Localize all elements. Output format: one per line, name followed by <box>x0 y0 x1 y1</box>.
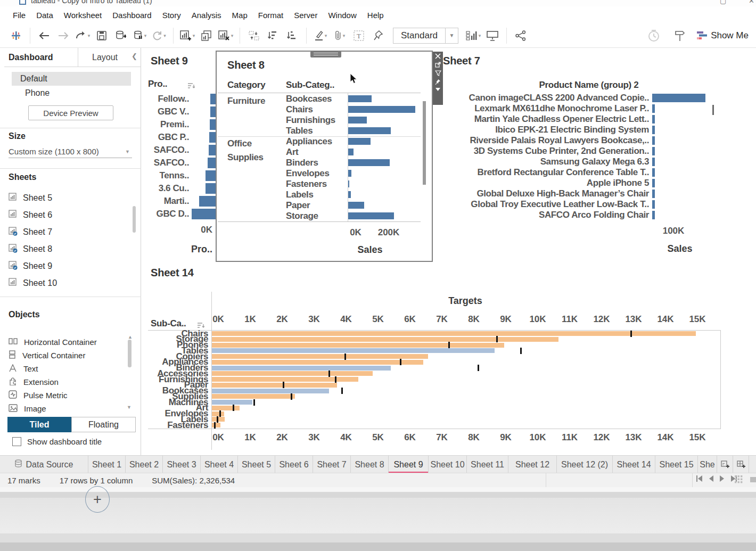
new-worksheet-tab-button[interactable] <box>717 456 733 473</box>
close-window-icon[interactable]: ✕ <box>749 0 754 5</box>
tab-sheet-11[interactable]: Sheet 11 <box>467 456 508 473</box>
bar[interactable] <box>210 94 216 104</box>
bar[interactable] <box>206 183 216 194</box>
bar[interactable] <box>652 190 655 198</box>
bar[interactable] <box>348 138 371 145</box>
redo-icon[interactable]: ▾ <box>75 27 91 45</box>
previous-tab-icon[interactable] <box>709 475 713 482</box>
sidebar-sheet-item-sheet7[interactable]: Sheet 7 <box>9 224 126 241</box>
filmstrip-icon[interactable] <box>750 476 756 483</box>
menu-help[interactable]: Help <box>362 9 389 22</box>
bar[interactable] <box>652 104 655 113</box>
menu-server[interactable]: Server <box>289 9 323 22</box>
sheet14-row-header[interactable]: Sub-Ca.. <box>151 318 186 329</box>
tab-layout[interactable]: Layout <box>78 48 131 67</box>
bar[interactable] <box>212 406 240 410</box>
menu-story[interactable]: Story <box>157 9 186 22</box>
tab-dashboard[interactable]: Dashboard <box>4 48 78 67</box>
sort-descending-icon[interactable] <box>284 27 300 45</box>
bar[interactable] <box>348 106 415 113</box>
bar[interactable] <box>348 149 354 155</box>
tab-sheet-6[interactable]: Sheet 6 <box>275 456 313 473</box>
new-dashboard-tab-button[interactable] <box>733 456 749 473</box>
device-default-item[interactable]: Default <box>12 72 131 86</box>
objects-scroll-up-icon[interactable]: ▲ <box>128 334 133 340</box>
new-worksheet-icon[interactable]: ▾ <box>179 27 195 45</box>
bar[interactable] <box>212 394 295 399</box>
menu-file[interactable]: File <box>7 9 31 22</box>
sheet8-subcategory-header[interactable]: Sub-Categ.. <box>286 80 334 91</box>
menu-data[interactable]: Data <box>31 9 59 22</box>
bar[interactable] <box>652 94 705 102</box>
maximize-icon[interactable]: ▢ <box>720 0 726 5</box>
objects-scroll-down-icon[interactable]: ▼ <box>127 405 132 410</box>
sheet9-column-header[interactable]: Pro.. <box>148 79 167 89</box>
object-item-text[interactable]: Text <box>9 362 120 375</box>
bar[interactable] <box>348 170 351 177</box>
bar[interactable] <box>212 371 373 376</box>
text-annotation-icon[interactable]: T <box>351 27 367 45</box>
bar[interactable] <box>348 159 390 166</box>
tab-she[interactable]: She <box>698 456 717 473</box>
show-mark-labels-icon[interactable]: ▾ <box>465 27 481 45</box>
pause-data-updates-icon[interactable]: ▾ <box>132 27 148 45</box>
bar[interactable] <box>348 191 351 198</box>
refresh-data-icon[interactable]: ▾ <box>151 27 167 45</box>
sort-icon[interactable] <box>187 83 195 89</box>
bar[interactable] <box>652 136 655 145</box>
bar[interactable] <box>212 366 391 371</box>
pin-icon[interactable] <box>370 27 386 45</box>
bar[interactable] <box>212 400 252 405</box>
first-tab-icon[interactable] <box>696 475 702 482</box>
tooltip-icon[interactable] <box>672 27 688 45</box>
sheet-sorter-icon[interactable] <box>735 475 743 483</box>
bar[interactable] <box>199 196 216 207</box>
add-data-icon[interactable] <box>113 27 129 45</box>
tab-sheet-4[interactable]: Sheet 4 <box>201 456 238 473</box>
bar[interactable] <box>209 132 216 143</box>
fit-selector-caret-icon[interactable]: ▼ <box>445 28 458 43</box>
show-dashboard-title-row[interactable]: Show dashboard title <box>12 437 102 446</box>
size-dropdown[interactable]: Custom size (1100 x 800) ▼ <box>9 145 132 158</box>
sort-ascending-icon[interactable] <box>265 27 281 45</box>
bar[interactable] <box>192 209 216 219</box>
object-item-horizontal-container[interactable]: Horizontal Container <box>9 335 120 349</box>
bar[interactable] <box>652 158 655 166</box>
go-to-sheet-icon[interactable] <box>435 62 441 68</box>
sidebar-sheet-item-sheet9[interactable]: Sheet 9 <box>9 258 126 275</box>
tab-sheet-1[interactable]: Sheet 1 <box>88 456 126 473</box>
share-icon[interactable] <box>513 27 529 45</box>
bar[interactable] <box>212 337 558 342</box>
bar[interactable] <box>348 95 372 102</box>
bar[interactable] <box>208 158 216 168</box>
tab-sheet-12[interactable]: Sheet 12 <box>508 456 557 473</box>
bar[interactable] <box>209 145 216 155</box>
tab-sheet-9[interactable]: Sheet 9 <box>389 456 429 473</box>
bar[interactable] <box>212 343 504 348</box>
sidebar-sheet-item-sheet6[interactable]: >Sheet 6 <box>9 207 126 224</box>
remove-sheet-icon[interactable] <box>435 53 441 59</box>
floating-button[interactable]: Floating <box>71 417 136 432</box>
bar[interactable] <box>212 354 428 359</box>
object-item-vertical-container[interactable]: Vertical Container <box>9 349 120 362</box>
bar[interactable] <box>348 212 394 219</box>
tab-sheet-14[interactable]: Sheet 14 <box>613 456 655 473</box>
object-item-image[interactable]: Image <box>9 402 120 415</box>
bar[interactable] <box>348 127 391 134</box>
bar[interactable] <box>206 170 216 181</box>
bar[interactable] <box>212 383 337 388</box>
taskbar-plus-button[interactable]: + <box>85 486 110 513</box>
tab-sheet-3[interactable]: Sheet 3 <box>163 456 201 473</box>
use-as-filter-icon[interactable] <box>435 70 441 76</box>
bar[interactable] <box>652 179 655 187</box>
bar[interactable] <box>652 211 655 219</box>
sidebar-sheet-item-sheet8[interactable]: Sheet 8 <box>9 241 126 258</box>
objects-scrollbar[interactable] <box>128 340 132 367</box>
bar[interactable] <box>212 389 329 393</box>
menu-window[interactable]: Window <box>323 9 361 22</box>
sheet7-column-header[interactable]: Product Name (group) 2 <box>527 80 651 91</box>
tab-sheet-12--2-[interactable]: Sheet 12 (2) <box>557 456 613 473</box>
clear-sheet-icon[interactable]: ▾ <box>218 27 234 45</box>
bar[interactable] <box>210 119 216 130</box>
bar[interactable] <box>652 147 655 155</box>
